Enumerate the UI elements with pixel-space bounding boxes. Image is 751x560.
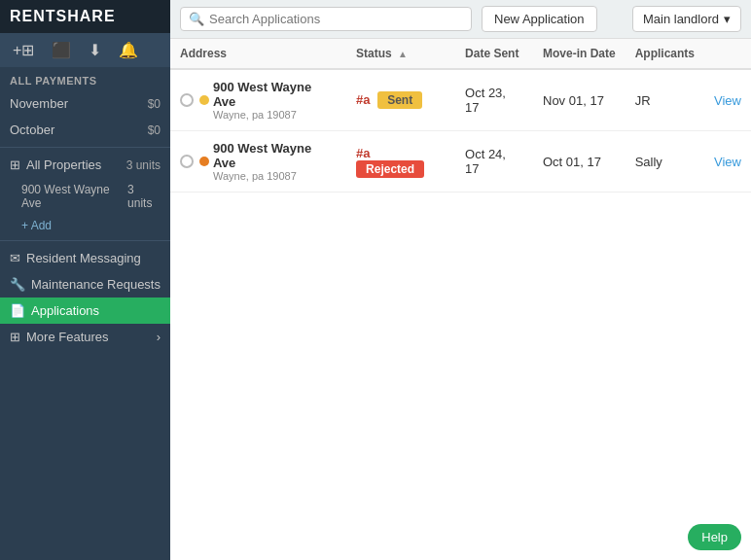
main-content: 🔍 New Application Main landlord ▾ Addres…: [170, 0, 751, 560]
address-main-1: 900 West Wayne Ave: [213, 141, 337, 170]
applications-table: Address Status ▲ Date Sent Move-in Date …: [170, 39, 751, 192]
cell-date-sent-1: Oct 24, 17: [455, 131, 533, 192]
col-applicants: Applicants: [626, 39, 704, 69]
col-move-in-date: Move-in Date: [533, 39, 626, 69]
cell-applicants-1: Sally: [626, 131, 704, 192]
unit-badge-0: #a: [356, 92, 370, 107]
video-button[interactable]: ⬛: [47, 39, 76, 61]
chevron-down-icon: ▾: [724, 12, 731, 26]
sort-arrow-icon: ▲: [398, 49, 408, 59]
address-sub-0: Wayne, pa 19087: [213, 109, 337, 121]
all-payments-section: All Payments: [0, 67, 170, 90]
search-icon: 🔍: [189, 12, 204, 26]
topbar: 🔍 New Application Main landlord ▾: [170, 0, 751, 39]
add-property-link[interactable]: + Add: [0, 215, 170, 236]
status-badge-1: Rejected: [356, 160, 424, 178]
address-main-0: 900 West Wayne Ave: [213, 80, 337, 109]
chevron-right-icon: ›: [157, 330, 161, 344]
row-radio-0[interactable]: [180, 93, 194, 107]
new-application-button[interactable]: New Application: [482, 6, 597, 32]
sidebar-item-all-properties[interactable]: ⊞ All Properties 3 units: [0, 152, 170, 178]
cell-address-0: 900 West Wayne Ave Wayne, pa 19087: [170, 69, 346, 131]
add-grid-button[interactable]: +⊞: [8, 39, 39, 61]
cell-status-0: #a Sent: [346, 69, 455, 131]
landlord-dropdown[interactable]: Main landlord ▾: [632, 6, 741, 32]
sidebar-item-november[interactable]: November $0: [0, 90, 170, 117]
table-row: 900 West Wayne Ave Wayne, pa 19087 #a Se…: [170, 69, 751, 131]
october-label: October: [10, 122, 54, 137]
applications-icon: 📄: [10, 303, 25, 318]
cell-move-in-1: Oct 01, 17: [533, 131, 626, 192]
status-indicator-0: [199, 95, 209, 105]
search-input[interactable]: [209, 12, 463, 26]
sidebar-item-resident-messaging[interactable]: ✉ Resident Messaging: [0, 245, 170, 271]
more-features-label: More Features: [26, 330, 109, 344]
view-link-0[interactable]: View: [714, 93, 741, 108]
search-box[interactable]: 🔍: [180, 7, 472, 31]
col-address: Address: [170, 39, 346, 69]
cell-status-1: #a Rejected: [346, 131, 455, 192]
view-link-1[interactable]: View: [714, 155, 741, 169]
cell-move-in-0: Nov 01, 17: [533, 69, 626, 131]
messaging-icon: ✉: [10, 251, 20, 265]
bell-button[interactable]: 🔔: [114, 39, 143, 61]
sidebar-item-october[interactable]: October $0: [0, 117, 170, 143]
landlord-label: Main landlord: [643, 12, 719, 26]
unit-badge-1: #a: [356, 146, 370, 160]
sidebar-item-property[interactable]: 900 West Wayne Ave 3 units: [0, 178, 170, 215]
october-amount: $0: [148, 123, 161, 137]
col-actions: [704, 39, 751, 69]
applications-label: Applications: [31, 303, 99, 318]
more-features-icon: ⊞: [10, 330, 20, 344]
divider-2: [0, 240, 170, 241]
all-properties-label: All Properties: [26, 158, 101, 172]
cell-applicants-0: JR: [626, 69, 704, 131]
sidebar-item-applications[interactable]: 📄 Applications: [0, 298, 170, 324]
grid-icon: ⊞: [10, 158, 20, 172]
all-properties-units: 3 units: [126, 158, 161, 172]
cell-view-1: View: [704, 131, 751, 192]
november-label: November: [10, 96, 68, 111]
help-button[interactable]: Help: [688, 524, 741, 550]
download-button[interactable]: ⬇: [84, 39, 106, 61]
divider-1: [0, 147, 170, 148]
resident-messaging-label: Resident Messaging: [26, 251, 141, 265]
cell-view-0: View: [704, 69, 751, 131]
sidebar-toolbar: +⊞ ⬛ ⬇ 🔔: [0, 33, 170, 67]
maintenance-requests-label: Maintenance Requests: [31, 277, 161, 292]
address-sub-1: Wayne, pa 19087: [213, 170, 337, 182]
property-name: 900 West Wayne Ave: [21, 183, 127, 210]
col-date-sent: Date Sent: [455, 39, 533, 69]
cell-address-1: 900 West Wayne Ave Wayne, pa 19087: [170, 131, 346, 192]
table-area: Address Status ▲ Date Sent Move-in Date …: [170, 39, 751, 560]
sidebar: RENTSHARE +⊞ ⬛ ⬇ 🔔 All Payments November…: [0, 0, 170, 560]
cell-date-sent-0: Oct 23, 17: [455, 69, 533, 131]
property-units: 3 units: [127, 183, 161, 210]
logo-text: RENTSHARE: [10, 8, 116, 25]
logo-area: RENTSHARE: [0, 0, 170, 33]
table-body: 900 West Wayne Ave Wayne, pa 19087 #a Se…: [170, 69, 751, 192]
col-status[interactable]: Status ▲: [346, 39, 455, 69]
november-amount: $0: [148, 97, 161, 111]
sidebar-item-maintenance-requests[interactable]: 🔧 Maintenance Requests: [0, 271, 170, 298]
table-header: Address Status ▲ Date Sent Move-in Date …: [170, 39, 751, 69]
status-badge-0: Sent: [377, 91, 422, 109]
status-indicator-1: [199, 157, 209, 166]
sidebar-item-more-features[interactable]: ⊞ More Features ›: [0, 324, 170, 350]
table-row: 900 West Wayne Ave Wayne, pa 19087 #a Re…: [170, 131, 751, 192]
row-radio-1[interactable]: [180, 155, 194, 168]
maintenance-icon: 🔧: [10, 277, 25, 292]
